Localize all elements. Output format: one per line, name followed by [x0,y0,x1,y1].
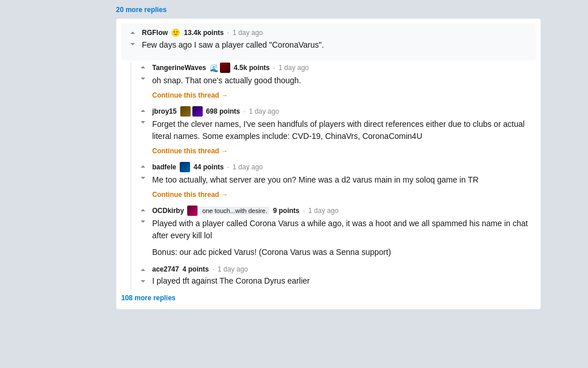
reply5-meta: ace2747 4 points · 1 day ago [152,265,536,273]
svg-point-1 [174,32,175,33]
reply1-username[interactable]: TangerineWaves [152,64,206,72]
reply4-text2: Bonus: our adc picked Varus! (Corona Var… [152,246,536,258]
reply3-champ-icon [180,162,190,172]
reply2-username[interactable]: jbroy15 [152,107,177,115]
smiley-icon [171,28,180,37]
main-upvote[interactable] [128,29,137,38]
reply2-meta: jbroy15 698 points · 1 day ago [152,106,536,117]
main-comment-meta: RGFlow 13.4k points [142,28,531,37]
reply5-upvote[interactable] [138,266,148,276]
main-points: 13.4k points [184,29,223,37]
main-comment-thread: RGFlow 13.4k points [116,18,541,309]
reply1-text: oh snap. That one's actually good though… [152,75,536,87]
reply4-meta: OCDkirby one touch...with desire. 9 poin… [152,206,536,216]
reply4-upvote[interactable] [138,207,148,216]
reply2-flair [180,106,203,117]
reply1-flair: 🌊 [210,63,230,73]
reply3-upvote[interactable] [138,163,148,172]
reply4-body: OCDkirby one touch...with desire. 9 poin… [152,206,536,263]
reply4-timestamp: 1 day ago [308,207,339,215]
main-comment-row: RGFlow 13.4k points [126,28,531,53]
reply3-downvote[interactable] [138,172,148,181]
reply1-continue-thread[interactable]: Continue this thread → [152,91,228,99]
reply4-username[interactable]: OCDkirby [152,207,184,215]
reply3-continue-thread[interactable]: Continue this thread → [152,191,228,199]
reply1-upvote[interactable] [138,64,148,73]
replies-container: TangerineWaves 🌊 4.5k points · 1 day ago [130,63,536,289]
reply5-username[interactable]: ace2747 [152,265,179,273]
reply5-points: 4 points [183,265,209,273]
reply4-downvote[interactable] [138,216,148,225]
reply-1: TangerineWaves 🌊 4.5k points · 1 day ago [136,63,536,104]
reply-5: ace2747 4 points · 1 day ago I played tf… [136,265,536,289]
main-flair-icon [171,28,180,37]
reply3-text: Me too actually, what server are you on?… [152,174,536,186]
main-dot: · [227,29,229,37]
reply3-vote [136,162,150,203]
reply3-body: badfele 44 points · 1 day ago Me too act… [152,162,536,203]
reply3-points: 44 points [194,163,224,171]
svg-point-0 [172,29,180,37]
reply4-flair: one touch...with desire. [187,206,269,216]
main-downvote[interactable] [128,38,137,48]
reply5-dot: · [212,265,214,273]
reply2-upvote[interactable] [138,107,148,117]
page-wrapper: 20 more replies RG [0,0,588,314]
main-comment-text: Few days ago I saw a player called "Coro… [142,39,531,51]
reply4-dot: · [303,207,305,215]
svg-point-2 [177,32,178,33]
main-comment: RGFlow 13.4k points [121,24,536,60]
reply3-timestamp: 1 day ago [233,163,263,171]
reply1-downvote[interactable] [138,73,148,82]
reply2-continue-thread[interactable]: Continue this thread → [152,147,228,155]
reply-2: jbroy15 698 points · 1 day ago Forget th… [136,106,536,160]
reply3-meta: badfele 44 points · 1 day ago [152,162,536,172]
main-timestamp: 1 day ago [233,29,263,37]
reply1-meta: TangerineWaves 🌊 4.5k points · 1 day ago [152,63,536,73]
reply2-champ-icon2 [192,106,203,117]
reply5-downvote[interactable] [138,276,148,285]
reply3-flair [180,162,190,172]
reply2-timestamp: 1 day ago [249,107,279,115]
reply4-vote [136,206,150,263]
reply1-points: 4.5k points [234,64,270,72]
reply4-flair-label: one touch...with desire. [200,207,269,215]
bottom-more-replies-link[interactable]: 108 more replies [121,294,176,302]
reply5-text: I played tft against The Corona Dyrus ea… [152,275,536,287]
reply1-vote [136,63,150,104]
reply3-dot: · [227,163,229,171]
top-more-replies-container: 20 more replies [116,0,541,18]
reply2-points: 698 points [206,107,240,115]
reply1-timestamp: 1 day ago [278,64,309,72]
main-vote-column [126,28,140,53]
reply2-champ-icon1 [180,106,191,117]
reply3-username[interactable]: badfele [152,163,176,171]
reply1-body: TangerineWaves 🌊 4.5k points · 1 day ago [152,63,536,104]
wave-icon: 🌊 [210,63,219,72]
reply-3: badfele 44 points · 1 day ago Me too act… [136,162,536,203]
svg-text:🌊: 🌊 [210,63,219,72]
content-area: 20 more replies RG [116,0,541,314]
bottom-more-replies-container: 108 more replies [121,292,536,304]
reply4-text1: Played with a player called Corona Varus… [152,218,536,242]
reply2-downvote[interactable] [138,117,148,126]
reply1-dot: · [273,64,275,72]
reply2-vote [136,106,150,160]
reply5-vote [136,265,150,289]
main-username[interactable]: RGFlow [142,29,168,37]
reply4-champ-icon [187,206,198,216]
reply1-champ-icon [220,63,230,73]
reply5-body: ace2747 4 points · 1 day ago I played tf… [152,265,536,289]
reply2-text: Forget the clever names, I've seen handf… [152,118,536,142]
reply-4: OCDkirby one touch...with desire. 9 poin… [136,206,536,263]
reply4-points: 9 points [273,207,299,215]
reply5-timestamp: 1 day ago [218,265,248,273]
top-more-replies-link[interactable]: 20 more replies [116,6,167,14]
reply2-dot: · [243,107,245,115]
reply2-body: jbroy15 698 points · 1 day ago Forget th… [152,106,536,160]
main-comment-body: RGFlow 13.4k points [142,28,531,53]
